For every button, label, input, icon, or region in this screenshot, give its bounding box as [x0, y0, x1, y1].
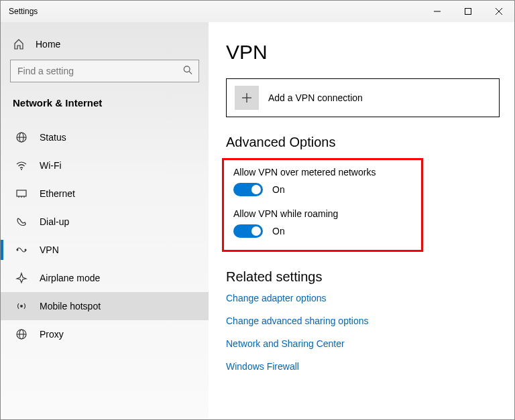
wifi-icon	[15, 159, 27, 171]
toggle-metered[interactable]	[233, 183, 263, 196]
sidebar-item-label: Ethernet	[40, 188, 75, 199]
sidebar-item-label: Wi-Fi	[40, 160, 62, 171]
related-settings-heading: Related settings	[226, 269, 497, 285]
titlebar: Settings	[1, 1, 514, 22]
sidebar-item-label: VPN	[40, 244, 59, 255]
sidebar-item-label: Proxy	[40, 329, 64, 340]
dialup-icon	[15, 216, 27, 228]
plus-icon	[235, 86, 259, 110]
advanced-options-heading: Advanced Options	[226, 135, 497, 150]
sidebar-item-label: Mobile hotspot	[40, 301, 101, 311]
search-input[interactable]	[10, 60, 199, 82]
link-windows-firewall[interactable]: Windows Firewall	[226, 361, 299, 372]
highlight-annotation: Allow VPN over metered networks On Allow…	[222, 158, 423, 252]
toggle-label-metered: Allow VPN over metered networks	[233, 167, 412, 178]
home-icon	[13, 38, 25, 50]
toggle-roaming[interactable]	[233, 224, 263, 238]
toggle-label-roaming: Allow VPN while roaming	[233, 208, 412, 219]
svg-rect-10	[17, 190, 26, 196]
sidebar-item-label: Status	[40, 132, 66, 143]
minimize-icon	[434, 8, 441, 15]
main-panel: VPN Add a VPN connection Advanced Option…	[209, 22, 514, 419]
status-icon	[15, 131, 27, 143]
ethernet-icon	[15, 188, 27, 200]
minimize-button[interactable]	[422, 1, 453, 22]
sidebar-item-vpn[interactable]: VPN	[1, 236, 209, 264]
add-vpn-label: Add a VPN connection	[268, 92, 363, 103]
vpn-icon	[15, 244, 27, 256]
maximize-button[interactable]	[453, 1, 483, 22]
related-links: Change adapter options Change advanced s…	[226, 293, 497, 372]
sidebar-item-dialup[interactable]: Dial-up	[1, 208, 209, 236]
sidebar: Home Network & Internet Status Wi-Fi	[1, 22, 209, 419]
toggle-state-roaming: On	[272, 226, 285, 236]
toggle-state-metered: On	[272, 184, 285, 195]
maximize-icon	[465, 8, 471, 15]
airplane-icon	[15, 272, 27, 284]
link-network-sharing[interactable]: Network and Sharing Center	[226, 338, 345, 349]
link-sharing-options[interactable]: Change advanced sharing options	[226, 316, 369, 326]
close-icon	[496, 8, 502, 15]
svg-point-15	[25, 249, 27, 251]
close-button[interactable]	[483, 1, 514, 22]
page-title: VPN	[226, 41, 497, 64]
window-title: Settings	[1, 7, 38, 16]
svg-rect-1	[465, 9, 471, 15]
svg-point-4	[184, 66, 190, 72]
proxy-icon	[15, 328, 27, 340]
search-icon	[183, 66, 192, 77]
sidebar-item-hotspot[interactable]: Mobile hotspot	[1, 292, 209, 320]
svg-line-5	[189, 72, 192, 74]
svg-point-14	[17, 249, 19, 251]
link-adapter-options[interactable]: Change adapter options	[226, 293, 326, 303]
hotspot-icon	[15, 300, 27, 312]
home-label: Home	[36, 39, 60, 50]
sidebar-item-ethernet[interactable]: Ethernet	[1, 180, 209, 208]
svg-point-9	[21, 169, 22, 170]
sidebar-item-airplane[interactable]: Airplane mode	[1, 264, 209, 292]
sidebar-item-wifi[interactable]: Wi-Fi	[1, 151, 209, 180]
sidebar-item-status[interactable]: Status	[1, 123, 209, 151]
add-vpn-connection-button[interactable]: Add a VPN connection	[226, 78, 500, 117]
sidebar-item-home[interactable]: Home	[1, 29, 209, 60]
settings-window: Settings Home	[0, 0, 515, 420]
sidebar-category: Network & Internet	[1, 92, 209, 123]
svg-point-16	[20, 305, 23, 307]
sidebar-item-label: Dial-up	[40, 216, 69, 227]
sidebar-item-proxy[interactable]: Proxy	[1, 320, 209, 348]
sidebar-item-label: Airplane mode	[40, 273, 100, 283]
